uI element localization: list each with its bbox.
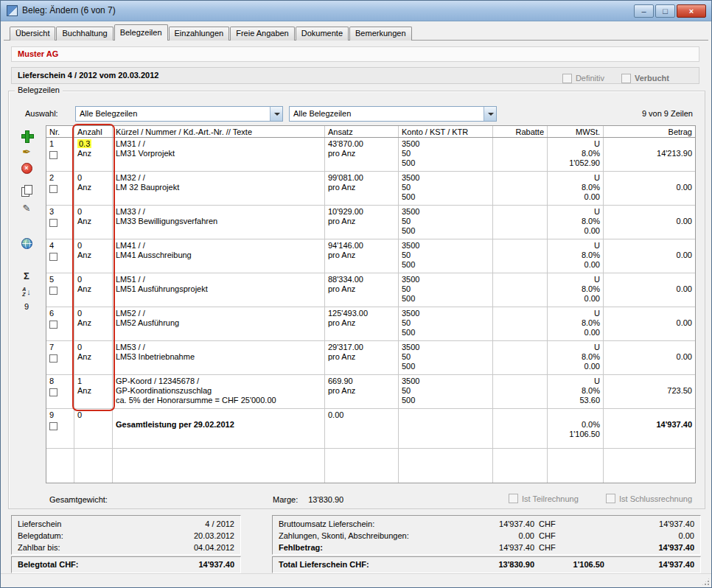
add-row-button[interactable] [18, 128, 35, 143]
row-mwst-cell: U8.0%0.00 [548, 172, 604, 205]
schlussrechnung-label: Ist Schlussrechnung [619, 494, 692, 503]
sort-button[interactable]: AZ↓ [18, 284, 35, 299]
verbucht-checkbox[interactable] [621, 74, 631, 83]
row-texte-cell: LM52 / /LM52 Ausführung [113, 307, 325, 340]
column-header: Konto / KST / KTR [399, 126, 493, 137]
gesamtgewicht-label: Gesamtgewicht: [49, 495, 108, 504]
row-nr: 8 [49, 377, 71, 386]
row-rabatte-cell [493, 341, 548, 374]
row-checkbox[interactable] [49, 422, 57, 430]
tab-buchhaltung[interactable]: Buchhaltung [56, 27, 113, 41]
row-checkbox[interactable] [49, 321, 57, 329]
table-row[interactable]: 90Gesamtleistung per 29.02.20120.000.0%1… [46, 409, 695, 449]
minimize-button[interactable]: – [634, 4, 654, 18]
row-checkbox[interactable] [49, 253, 57, 261]
row-checkbox[interactable] [49, 354, 57, 363]
summary-row: Belegdatum:20.03.2012 [12, 530, 240, 542]
row-checkbox[interactable] [49, 185, 57, 193]
teilrechnung-checkbox[interactable] [509, 494, 518, 503]
maximize-button[interactable]: □ [655, 4, 675, 18]
row-rabatte-cell [493, 239, 548, 273]
row-betrag-cell: 0.00 [604, 206, 695, 239]
row-mwst-cell: U8.0%0.00 [548, 206, 604, 239]
schlussrechnung-checkbox[interactable] [606, 494, 615, 503]
row-anzahl-cell: 0Anz [74, 239, 113, 273]
row-ansatz-cell: 10'929.00pro Anz [325, 206, 399, 239]
globe-icon [21, 238, 32, 249]
marge: Marge:13'830.90 [273, 495, 343, 504]
row-checkbox[interactable] [49, 388, 57, 396]
row-mwst-cell: U8.0%0.00 [548, 341, 604, 374]
table-row[interactable]: 10.3AnzLM31 / /LM31 Vorprojekt43'870.00p… [46, 138, 695, 172]
summary-amount: 14'937.40 [453, 518, 534, 530]
definitiv-checkbox[interactable] [562, 74, 572, 83]
row-konto-cell [399, 409, 493, 448]
row-texte-cell: LM31 / /LM31 Vorprojekt [113, 138, 325, 171]
column-header: Betrag [604, 126, 695, 137]
summary-row: Bruttoumsatz Lieferschein:14'937.40CHF14… [273, 518, 700, 530]
total-lieferschein-label: Total Lieferschein CHF: [279, 557, 453, 573]
tab-freie-angaben[interactable]: Freie Angaben [230, 27, 295, 41]
summary-value: 14'937.40 [558, 518, 694, 530]
filter1-dropdown[interactable]: Alle Belegzeilen [75, 106, 283, 122]
chevron-down-icon[interactable] [484, 107, 496, 121]
table-row[interactable]: 30AnzLM33 / /LM33 Bewilligungsverfahren1… [46, 206, 695, 239]
table-row[interactable]: 70AnzLM53 / /LM53 Inbetriebnahme29'317.0… [46, 341, 695, 375]
table-row[interactable]: 20AnzLM32 / /LM 32 Bauprojekt99'081.00pr… [46, 172, 695, 206]
globe-button[interactable] [18, 236, 35, 251]
teilrechnung-label: Ist Teilrechnung [522, 494, 579, 503]
row-anzahl-cell: 0 [74, 409, 113, 448]
table-row[interactable]: 50AnzLM51 / /LM51 Ausführungsprojekt88'3… [46, 273, 695, 307]
anzahl-value: 1 [77, 377, 82, 385]
row-checkbox[interactable] [49, 219, 57, 227]
tab-dokumente[interactable]: Dokumente [296, 27, 349, 41]
summary-row: Lieferschein4 / 2012 [12, 518, 240, 530]
row-checkbox[interactable] [49, 151, 57, 159]
titlebar[interactable]: Beleg: Ändern (6 von 7) – □ × [1, 1, 711, 21]
row-checkbox[interactable] [49, 287, 57, 295]
edit-button[interactable]: ✎ [18, 200, 35, 215]
total-brutto-value: 14'937.40 [604, 557, 694, 573]
delete-row-button[interactable]: × [18, 161, 35, 175]
column-header: Ansatz [325, 126, 399, 137]
table-row[interactable]: 60AnzLM52 / /LM52 Ausführung125'493.00pr… [46, 307, 695, 341]
filter2-value: Alle Belegzeilen [293, 107, 351, 121]
tab-belegzeilen[interactable]: Belegzeilen [114, 24, 168, 41]
row-rabatte-cell [493, 375, 548, 408]
summary-currency: CHF [534, 518, 558, 530]
row-konto-cell: 350050500 [399, 375, 493, 408]
close-button[interactable]: × [677, 4, 706, 18]
tab-einzahlungen[interactable]: Einzahlungen [169, 27, 230, 41]
summary-label: Zahlungen, Skonti, Abschreibungen: [279, 530, 453, 542]
row-betrag-cell: 0.00 [604, 307, 695, 340]
summary-label: Zahlbar bis: [18, 542, 60, 553]
row-nr-cell: 7 [46, 341, 74, 374]
resize-grip[interactable] [701, 577, 711, 587]
sigma-icon: Σ [24, 270, 29, 281]
row-texte-cell: Gesamtleistung per 29.02.2012 [113, 409, 325, 448]
row-konto-cell: 350050500 [399, 341, 493, 374]
document-title: Lieferschein 4 / 2012 vom 20.03.2012 [18, 71, 158, 80]
row-nr-cell: 5 [46, 273, 74, 307]
row-ansatz-cell: 29'317.00pro Anz [325, 341, 399, 374]
filter2-dropdown[interactable]: Alle Belegzeilen [289, 106, 497, 122]
row-rabatte-cell [493, 138, 548, 171]
belegzeilen-groupbox: Belegzeilen Auswahl: Alle Belegzeilen Al… [8, 91, 705, 509]
app-window: Beleg: Ändern (6 von 7) – □ × ÜbersichtB… [0, 0, 712, 588]
sum-button[interactable]: Σ [18, 268, 35, 283]
summary-label: Fehlbetrag: [279, 542, 453, 553]
table-row[interactable]: 40AnzLM41 / /LM41 Ausschreibung94'146.00… [46, 239, 695, 273]
row-texte-cell: LM41 / /LM41 Ausschreibung [113, 239, 325, 273]
summary-label: Belegdatum: [18, 530, 63, 542]
tab-übersicht[interactable]: Übersicht [10, 27, 55, 41]
tab-bemerkungen[interactable]: Bemerkungen [349, 27, 412, 41]
row-konto-cell: 350050500 [399, 138, 493, 171]
chevron-down-icon[interactable] [270, 107, 282, 121]
summary-value: 04.04.2012 [194, 542, 234, 553]
row-betrag-cell: 14'937.40 [604, 409, 695, 448]
row-betrag-cell: 723.50 [604, 375, 695, 408]
row-betrag-cell: 14'213.90 [604, 138, 695, 171]
copy-button[interactable] [18, 183, 35, 197]
pen-button[interactable]: ✒ [18, 144, 35, 159]
table-row[interactable]: 81AnzGP-Koord / 12345678 /GP-Koordinatio… [46, 375, 695, 409]
